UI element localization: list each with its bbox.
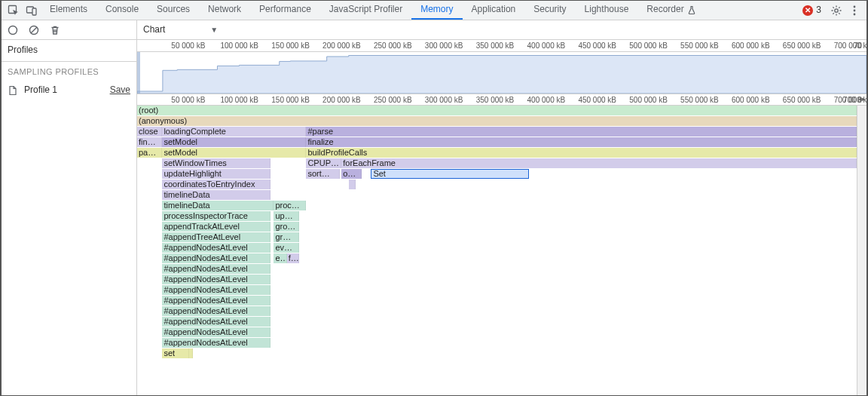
device-toggle-icon[interactable]	[23, 2, 41, 20]
flame-block[interactable]: loadingComplete	[162, 127, 306, 137]
overview-strip[interactable]	[137, 52, 866, 94]
flame-block[interactable]: forEachFrame	[341, 158, 857, 168]
gear-icon[interactable]	[827, 2, 845, 20]
flame-block[interactable]: f…r	[287, 253, 299, 263]
ruler-tick: 400 000 kB	[527, 95, 566, 105]
profile-doc-icon	[8, 85, 18, 96]
flame-block[interactable]: (root)	[137, 106, 857, 115]
ruler-tick: 100 000 kB	[220, 41, 258, 51]
flame-block[interactable]: appendTrackAtLevel	[162, 222, 270, 232]
clear-icon[interactable]	[27, 23, 41, 37]
svg-point-4	[854, 5, 856, 8]
tab-performance[interactable]: Performance	[250, 1, 320, 20]
flame-block[interactable]: #appendNodesAtLevel	[162, 253, 270, 263]
svg-point-5	[854, 9, 856, 11]
error-badge[interactable]: ✕ 3	[802, 5, 821, 17]
ruler-end: 70	[854, 41, 862, 51]
flame-block[interactable]: fin…ce	[137, 137, 162, 147]
inspect-icon[interactable]	[5, 2, 23, 20]
ruler-tick: 600 000 kB	[732, 41, 770, 51]
flame-block[interactable]: proc…ata	[274, 201, 306, 210]
tab-application[interactable]: Application	[463, 1, 525, 20]
flame-block[interactable]: #appendNodesAtLevel	[162, 275, 270, 284]
flame-block[interactable]: setModel	[162, 137, 306, 147]
profile-item[interactable]: Profile 1 Save	[2, 81, 136, 100]
flame-block[interactable]: timelineData	[162, 190, 270, 200]
tab-memory[interactable]: Memory	[411, 1, 462, 20]
tab-security[interactable]: Security	[524, 1, 575, 20]
flame-block[interactable]: gro…ts	[274, 222, 298, 232]
ruler-tick: 150 000 kB	[271, 41, 310, 51]
ruler-tick: 250 000 kB	[374, 95, 412, 105]
ruler-tick: 350 000 kB	[476, 95, 515, 105]
profile-save-link[interactable]: Save	[110, 84, 130, 97]
chevron-down-icon: ▼	[210, 25, 218, 35]
record-icon[interactable]	[6, 23, 20, 37]
flame-block[interactable]: finalize	[306, 137, 857, 147]
flame-block[interactable]: CPUP…del	[306, 158, 341, 168]
ruler-tick: 300 000 kB	[425, 95, 463, 105]
ruler-tick: 200 000 kB	[322, 95, 361, 105]
flame-block[interactable]: #appendNodesAtLevel	[162, 327, 270, 337]
flame-block[interactable]: set	[162, 348, 188, 358]
tab-lighthouse[interactable]: Lighthouse	[576, 1, 638, 20]
tab-javascript-profiler[interactable]: JavaScript Profiler	[320, 1, 411, 20]
flame-block[interactable]: #appendNodesAtLevel	[162, 243, 270, 253]
flame-block[interactable]: timelineData	[162, 201, 274, 210]
flame-block[interactable]: sort…ples	[306, 169, 340, 179]
ruler-tick: 300 000 kB	[425, 41, 463, 51]
error-count: 3	[816, 5, 821, 17]
flame-chart[interactable]: (root)(anonymous)closeloadingComplete#pa…	[137, 106, 866, 395]
tab-console[interactable]: Console	[96, 1, 148, 20]
flame-block[interactable]: ev…ew	[274, 243, 298, 253]
flame-block[interactable]	[349, 180, 356, 189]
flame-block[interactable]: #appendNodesAtLevel	[162, 317, 270, 327]
flame-block[interactable]: #appendNodesAtLevel	[162, 264, 270, 274]
ruler-top: 50 000 kB100 000 kB150 000 kB200 000 kB2…	[137, 40, 866, 52]
ruler-bottom[interactable]: ◂▸ 50 000 kB100 000 kB150 000 kB200 000 …	[137, 94, 866, 106]
flame-block[interactable]: #parse	[306, 127, 857, 137]
flame-block[interactable]: processInspectorTrace	[162, 211, 270, 221]
ruler-tick: 450 000 kB	[578, 41, 616, 51]
flame-block[interactable]: e…	[274, 253, 286, 263]
svg-point-6	[854, 13, 856, 15]
flame-block[interactable]: buildProfileCalls	[306, 148, 857, 158]
kebab-icon[interactable]	[845, 2, 863, 20]
tab-recorder[interactable]: Recorder	[637, 1, 704, 20]
tabs: ElementsConsoleSourcesNetworkPerformance…	[41, 1, 705, 20]
flame-block[interactable]: o…k	[341, 169, 362, 179]
flame-block[interactable]: updateHighlight	[162, 169, 270, 179]
flame-block[interactable]: #appendNodesAtLevel	[162, 306, 270, 316]
flame-block[interactable]: coordinatesToEntryIndex	[162, 180, 270, 189]
error-dot-icon: ✕	[802, 5, 813, 16]
flame-block[interactable]	[189, 348, 193, 358]
tab-network[interactable]: Network	[199, 1, 250, 20]
flame-block[interactable]: #appendNodesAtLevel	[162, 338, 270, 348]
ruler-tick: 500 000 kB	[629, 95, 668, 105]
flame-block[interactable]: pa…at	[137, 148, 162, 158]
tab-sources[interactable]: Sources	[148, 1, 199, 20]
memory-panel: Chart ▼ 50 000 kB100 000 kB150 000 kB200…	[137, 20, 866, 395]
flame-block[interactable]: setWindowTimes	[162, 158, 270, 168]
flame-block[interactable]: #appendTreeAtLevel	[162, 232, 270, 242]
ruler-tick: 150 000 kB	[271, 95, 310, 105]
flame-scrollbar[interactable]	[857, 106, 866, 395]
overview-cursor[interactable]	[137, 52, 140, 94]
svg-point-7	[9, 26, 17, 34]
flask-icon	[687, 5, 696, 14]
flame-selection[interactable]: Set	[371, 169, 529, 179]
flame-block[interactable]: up…up	[274, 211, 298, 221]
ruler-tick: 550 000 kB	[680, 41, 719, 51]
flame-block[interactable]: setModel	[162, 148, 306, 158]
ruler-tick: 600 000 kB	[732, 95, 770, 105]
flame-block[interactable]: (anonymous)	[137, 116, 857, 126]
view-selector[interactable]: Chart ▼	[143, 24, 218, 36]
flame-block[interactable]: #appendNodesAtLevel	[162, 296, 270, 305]
trash-icon[interactable]	[48, 23, 62, 37]
tab-elements[interactable]: Elements	[41, 1, 96, 20]
flame-block[interactable]: #appendNodesAtLevel	[162, 285, 270, 295]
view-selector-value: Chart	[143, 24, 165, 36]
flame-block[interactable]: gr…ew	[274, 232, 298, 242]
flame-block[interactable]: close	[137, 127, 162, 137]
ruler-tick: 450 000 kB	[578, 95, 616, 105]
